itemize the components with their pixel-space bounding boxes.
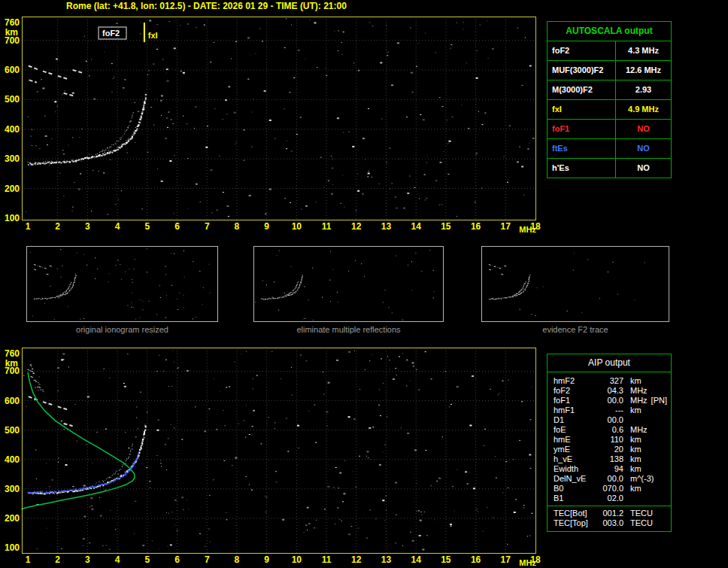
- f2-trace-branch: [96, 115, 133, 155]
- background-noise: [23, 350, 532, 550]
- aip-row-TEC[Top]: TEC[Top]003.0TECU: [548, 518, 671, 528]
- aip-value: ---: [596, 405, 623, 415]
- aip-tec-separator: [548, 506, 671, 506]
- aip-label: TEC[Top]: [554, 518, 596, 528]
- svg-text:8: 8: [235, 554, 240, 565]
- svg-text:600: 600: [5, 396, 20, 406]
- ionogram-plot-bottom: 760700600500400300200100km12345678910111…: [0, 342, 549, 568]
- svg-text:14: 14: [411, 554, 421, 565]
- f2-trace-branch: [95, 444, 133, 484]
- thumbnail-evidence-f2-trace: [481, 246, 669, 322]
- svg-text:12: 12: [351, 554, 362, 565]
- aip-label: foF1: [554, 396, 596, 405]
- aip-unit: m^(-3): [623, 474, 654, 484]
- aip-label: D1: [554, 415, 596, 425]
- svg-text:16: 16: [471, 221, 481, 232]
- autoscala-param-label: fxI: [548, 100, 616, 119]
- aip-value: 04.3: [596, 386, 623, 396]
- autoscala-row-MUF(3000)F2: MUF(3000)F212.6 MHz: [548, 61, 671, 80]
- autoscala-param-label: ftEs: [548, 139, 616, 158]
- aip-row-TEC[Bot]: TEC[Bot]001.2TECU: [548, 509, 671, 518]
- svg-text:400: 400: [5, 454, 20, 465]
- autoscala-param-value: NO: [616, 120, 671, 138]
- aip-unit: TECU: [623, 509, 653, 518]
- svg-text:4: 4: [115, 221, 120, 232]
- aip-unit: km: [623, 445, 642, 454]
- multiple-reflection-echoes: [29, 66, 83, 96]
- aip-value: 00.0: [596, 415, 623, 425]
- grid-lines: [22, 348, 535, 553]
- aip-label: B1: [554, 494, 596, 503]
- svg-text:16: 16: [471, 554, 481, 565]
- aip-row-Ewidth: Ewidth94km: [548, 464, 671, 474]
- svg-text:5: 5: [144, 221, 150, 232]
- station-title: Rome (lat: +41.8, lon: 012.5) - DATE: 20…: [66, 1, 347, 11]
- aip-row-h_vE: h_vE138km: [548, 454, 671, 464]
- svg-text:200: 200: [5, 513, 20, 524]
- svg-text:11: 11: [322, 554, 332, 565]
- svg-text:9: 9: [264, 221, 269, 232]
- autoscala-param-label: foF1: [548, 120, 616, 138]
- svg-text:17: 17: [501, 554, 511, 565]
- svg-text:5: 5: [144, 554, 150, 565]
- aip-row-D1: D100.0: [548, 415, 671, 425]
- f2-trace: [28, 424, 147, 495]
- svg-text:4: 4: [115, 554, 120, 565]
- thumbnail-eliminate-multiples: [253, 246, 444, 322]
- thumbnail-original-ionogram: [26, 246, 218, 322]
- svg-text:13: 13: [381, 554, 392, 565]
- svg-text:12: 12: [351, 221, 362, 232]
- svg-text:15: 15: [441, 221, 451, 232]
- aip-row-ymE: ymE20km: [548, 445, 671, 454]
- autoscala-param-value: 2.93: [616, 80, 671, 99]
- annotation-fof2: foF2: [99, 27, 126, 39]
- annotation-fxi: fxI: [144, 23, 158, 42]
- aip-unit: km: [623, 376, 642, 386]
- svg-text:foF2: foF2: [102, 29, 120, 38]
- autoscala-row-h'Es: h'EsNO: [548, 159, 671, 178]
- aip-value: 110: [596, 435, 623, 445]
- svg-text:100: 100: [5, 213, 20, 223]
- aip-value: 003.0: [596, 518, 623, 528]
- thumbnail-caption-evidence: evidence F2 trace: [481, 325, 669, 334]
- svg-text:7: 7: [205, 221, 210, 232]
- svg-text:600: 600: [5, 65, 20, 75]
- svg-text:1: 1: [26, 554, 31, 565]
- svg-text:3: 3: [85, 221, 90, 232]
- autoscala-table-title: AUTOSCALA output: [548, 22, 671, 41]
- aip-unit: km: [623, 464, 642, 474]
- autoscala-row-foF2: foF24.3 MHz: [548, 41, 671, 61]
- aip-value: 02.0: [596, 494, 623, 503]
- aip-unit: TECU: [623, 518, 653, 528]
- aip-row-DelN_vE: DelN_vE00.0m^(-3): [548, 474, 671, 484]
- aip-unit: km: [623, 435, 642, 445]
- svg-text:2: 2: [55, 221, 60, 232]
- aip-row-foF1: foF100.0MHz[PN]: [548, 396, 671, 405]
- autoscala-param-value: 12.6 MHz: [616, 61, 671, 80]
- thumbnail-caption-eliminate: eliminate multiple reflections: [253, 325, 444, 334]
- svg-text:MHz: MHz: [519, 558, 536, 567]
- svg-text:400: 400: [5, 124, 20, 135]
- aip-unit: MHz: [623, 425, 648, 435]
- thumbnail-caption-original: original ionogram resized: [26, 325, 218, 334]
- aip-value: 00.0: [596, 474, 623, 484]
- svg-text:17: 17: [501, 221, 511, 232]
- aip-row-B1: B102.0: [548, 494, 671, 503]
- aip-output-table: AIP output hmF2327kmfoF204.3MHzfoF100.0M…: [547, 354, 672, 532]
- autoscala-param-value: 4.3 MHz: [616, 41, 671, 60]
- svg-text:9: 9: [264, 554, 269, 565]
- aip-label: Ewidth: [554, 464, 596, 474]
- x-axis-labels: 123456789101112131415161718MHz: [26, 554, 541, 567]
- svg-text:11: 11: [322, 221, 332, 232]
- aip-unit: MHz: [623, 396, 648, 405]
- f2-trace: [28, 94, 147, 166]
- svg-text:3: 3: [85, 554, 90, 565]
- svg-text:10: 10: [292, 554, 302, 565]
- aip-value: 001.2: [596, 509, 623, 518]
- svg-text:km: km: [5, 27, 18, 38]
- aip-value: 20: [596, 445, 623, 454]
- svg-text:15: 15: [441, 554, 451, 565]
- svg-text:14: 14: [411, 221, 421, 232]
- svg-text:10: 10: [292, 221, 302, 232]
- aip-table-title: AIP output: [548, 354, 671, 372]
